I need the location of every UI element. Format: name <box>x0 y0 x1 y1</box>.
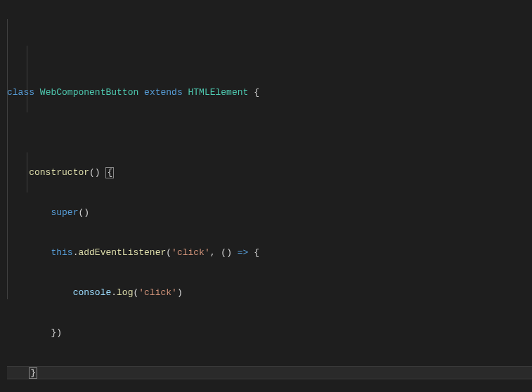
code-line: this.addEventListener('click', () => { <box>7 246 532 259</box>
code-line: } <box>7 366 532 379</box>
code-line: constructor() { <box>7 166 532 179</box>
code-line: console.log('click') <box>7 286 532 299</box>
active-line-highlight <box>7 366 532 379</box>
code-line: }) <box>7 326 532 339</box>
code-line: super() <box>7 206 532 219</box>
code-line: class WebComponentButton extends HTMLEle… <box>7 86 532 99</box>
code-editor[interactable]: class WebComponentButton extends HTMLEle… <box>0 0 532 392</box>
cursor-brace: } <box>29 367 37 379</box>
code-line <box>7 126 532 139</box>
